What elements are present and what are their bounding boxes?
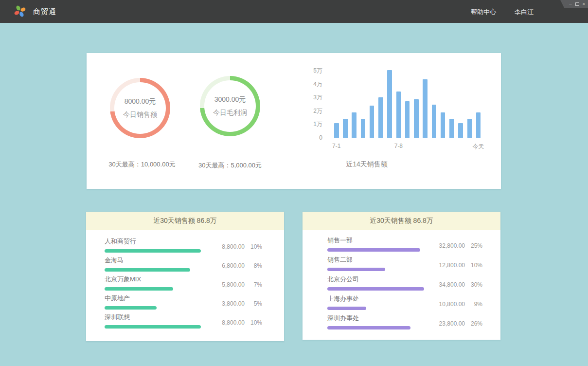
y-axis-tick: 3万 (313, 93, 322, 102)
bar (414, 99, 419, 138)
app-logo-pinwheel-icon (13, 4, 27, 18)
item-values: 6,800.008% (211, 262, 262, 269)
bar (476, 112, 481, 138)
today-profit-value: 3000.00元 (214, 95, 246, 104)
user-menu[interactable]: 李白江 (515, 8, 534, 17)
departments-card: 近30天销售额 86.8万 销售一部32,800.0025%销售二部12,800… (303, 212, 500, 340)
list-item: 中原地产3,800.005% (105, 294, 262, 313)
bar (387, 70, 392, 138)
bar (467, 119, 472, 138)
item-amount: 32,800.00 (431, 242, 465, 249)
today-sales-30day-max: 30天最高：10,000.00元 (108, 160, 175, 169)
item-values: 12,800.0010% (431, 262, 482, 269)
sales-bar-chart: 5万4万3万2万1万0 7-17-8今天 近14天销售额 (293, 71, 488, 183)
list-item: 深圳联想8,800.0010% (105, 313, 262, 332)
chart-plot-area: 7-17-8今天 (334, 71, 481, 138)
item-values: 10,800.009% (431, 301, 482, 308)
y-axis-tick: 2万 (313, 107, 322, 115)
maximize-icon[interactable] (575, 2, 579, 6)
item-percent: 30% (465, 281, 482, 288)
chart-y-axis: 5万4万3万2万1万0 (293, 71, 322, 138)
item-bar (105, 325, 201, 329)
x-axis-tick: 今天 (473, 143, 484, 151)
bar (458, 123, 463, 138)
customers-list: 人和商贸行8,800.0010%金海马6,800.008%北京万象MIX5,80… (86, 230, 284, 332)
item-values: 8,800.0010% (211, 319, 262, 326)
bar (423, 79, 428, 138)
list-item: 上海办事处10,800.009% (327, 294, 482, 314)
item-percent: 10% (245, 319, 262, 326)
list-item: 北京万象MIX5,800.007% (105, 275, 262, 294)
y-axis-tick: 4万 (313, 80, 322, 88)
customers-card: 近30天销售额 86.8万 人和商贸行8,800.0010%金海马6,800.0… (86, 212, 284, 341)
today-profit-gauge: 3000.00元 今日毛利润 (200, 76, 260, 136)
list-item: 金海马6,800.008% (105, 256, 262, 275)
item-values: 34,800.0030% (431, 281, 482, 288)
item-percent: 5% (245, 300, 262, 307)
item-bar (105, 306, 157, 310)
y-axis-tick: 1万 (313, 120, 322, 128)
customers-card-header: 近30天销售额 86.8万 (86, 212, 284, 230)
item-amount: 8,800.00 (211, 319, 245, 326)
list-item: 北京分公司34,800.0030% (327, 275, 482, 294)
item-amount: 3,800.00 (211, 300, 245, 307)
today-profit-label: 今日毛利润 (213, 109, 247, 117)
minimize-icon[interactable]: — (569, 2, 571, 6)
item-bar (327, 287, 424, 291)
list-item: 销售一部32,800.0025% (327, 236, 482, 256)
item-bar (105, 287, 173, 291)
item-percent: 26% (465, 320, 482, 327)
item-amount: 23,800.00 (431, 320, 465, 327)
item-values: 23,800.0026% (431, 320, 482, 327)
item-bar (327, 248, 420, 252)
help-center-link[interactable]: 帮助中心 (471, 8, 496, 17)
item-percent: 8% (245, 262, 262, 269)
item-bar (105, 249, 201, 253)
bar (441, 112, 445, 138)
app-title: 商贸通 (33, 7, 56, 17)
bar (432, 105, 437, 138)
title-bar: 商贸通 帮助中心 李白江 — × (0, 0, 588, 23)
today-profit-30day-max: 30天最高：5,000.00元 (198, 161, 262, 170)
item-amount: 10,800.00 (431, 301, 465, 308)
today-sales-gauge: 8000.00元 今日销售额 (110, 78, 170, 138)
item-bar (105, 268, 190, 272)
bar (449, 119, 454, 138)
x-axis-tick: 7-8 (394, 143, 403, 149)
y-axis-tick: 0 (319, 134, 322, 141)
list-item: 深圳办事处23,800.0026% (327, 314, 482, 333)
today-sales-label: 今日销售额 (123, 110, 157, 119)
dashboard: 8000.00元 今日销售额 30天最高：10,000.00元 3000.00元… (0, 23, 588, 366)
today-sales-value: 8000.00元 (125, 97, 156, 106)
window-controls: — × (558, 0, 588, 8)
x-axis-tick: 7-1 (332, 143, 340, 149)
departments-card-header: 近30天销售额 86.8万 (303, 212, 500, 230)
bar (378, 97, 383, 138)
item-amount: 34,800.00 (431, 281, 465, 288)
departments-list: 销售一部32,800.0025%销售二部12,800.0010%北京分公司34,… (303, 230, 500, 333)
bar (343, 119, 348, 138)
item-bar (327, 307, 366, 310)
bar (396, 92, 401, 138)
bar (361, 119, 366, 138)
list-item: 人和商贸行8,800.0010% (105, 237, 262, 256)
bar (405, 101, 410, 138)
item-bar (327, 268, 385, 271)
item-amount: 5,800.00 (211, 281, 245, 288)
bar (370, 106, 374, 138)
item-percent: 10% (245, 243, 262, 250)
item-percent: 10% (465, 262, 482, 269)
item-amount: 6,800.00 (211, 262, 245, 269)
summary-card: 8000.00元 今日销售额 30天最高：10,000.00元 3000.00元… (87, 53, 501, 189)
item-values: 8,800.0010% (211, 243, 262, 250)
item-amount: 12,800.00 (431, 262, 465, 269)
y-axis-tick: 5万 (313, 67, 322, 75)
item-values: 3,800.005% (211, 300, 262, 307)
item-values: 32,800.0025% (431, 242, 482, 249)
item-amount: 8,800.00 (211, 243, 245, 250)
close-icon[interactable]: × (583, 2, 585, 6)
bar (352, 112, 356, 138)
item-percent: 7% (245, 281, 262, 288)
chart-title: 近14天销售额 (346, 160, 388, 169)
bar (334, 123, 339, 138)
